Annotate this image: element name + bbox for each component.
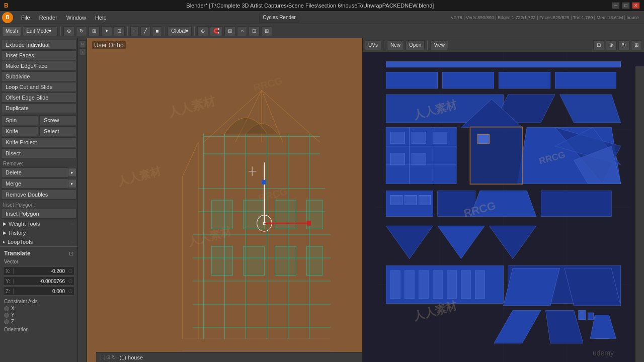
constraint-title: Constraint Axis — [4, 298, 73, 305]
global-label: Global — [171, 28, 186, 34]
x-field-arrows[interactable]: ⬡ — [67, 268, 74, 274]
mesh-tools-section: Extrude Individual Inset Faces Make Edge… — [0, 38, 77, 115]
weight-tools-header[interactable]: ▶ Weight Tools ··· — [0, 219, 77, 228]
loop-tools-dots: ··· — [70, 239, 74, 244]
menu-window[interactable]: Window — [62, 13, 90, 23]
vp-tool-1[interactable]: N — [79, 40, 86, 47]
window-title: Blender* [T:\Complete 3D Artist Captures… — [9, 3, 612, 9]
knife-btn[interactable]: Knife — [1, 126, 38, 136]
merge-arrow[interactable]: ▸ — [68, 179, 76, 188]
uv-mesh-btn[interactable]: UVs — [365, 40, 381, 50]
screw-btn[interactable]: Screw — [39, 115, 76, 125]
select-mode-vert[interactable]: · — [130, 26, 139, 36]
make-edge-face-btn[interactable]: Make Edge/Face — [1, 61, 76, 71]
sep3 — [165, 27, 165, 36]
duplicate-btn[interactable]: Duplicate — [1, 103, 76, 113]
minimize-button[interactable]: ─ — [612, 2, 620, 9]
bisect-btn[interactable]: Bisect — [1, 148, 76, 158]
select-btn[interactable]: Select — [39, 126, 76, 136]
svg-rect-37 — [307, 221, 311, 225]
edit-mode-selector[interactable]: Edit Mode▾ — [23, 26, 58, 36]
tool-icon-3[interactable]: ⊞ — [89, 26, 100, 36]
tool-icon-5[interactable]: ⊡ — [114, 26, 125, 36]
loop-cut-slide-btn[interactable]: Loop Cut and Slide — [1, 82, 76, 92]
new-btn[interactable]: New — [387, 40, 404, 50]
layer-btn[interactable]: ⊞ — [261, 26, 272, 36]
weight-tools-arrow: ▶ — [3, 221, 7, 226]
tool-icon-2[interactable]: ↻ — [76, 26, 87, 36]
view-btn[interactable]: View — [430, 40, 448, 50]
merge-dropdown: Merge ▸ — [1, 178, 76, 189]
tool-icon-1[interactable]: ⊕ — [63, 26, 74, 36]
inset-polygon-btn[interactable]: Inset Polygon — [1, 209, 76, 219]
xray-btn[interactable]: ⊡ — [249, 26, 260, 36]
open-btn[interactable]: Open — [406, 40, 425, 50]
svg-rect-84 — [419, 270, 429, 299]
svg-rect-16 — [211, 200, 232, 229]
remove-doubles-btn[interactable]: Remove Doubles — [1, 190, 76, 200]
uv-icon-1[interactable]: ⊡ — [593, 40, 604, 50]
z-constraint-dot[interactable] — [4, 319, 9, 324]
knife-project-btn[interactable]: Knife Project — [1, 137, 76, 147]
viewport-3d-canvas[interactable]: User Ortho 人人素材 人人素材 人人素材 RRCG RRCG — [87, 38, 362, 362]
pivot-btn[interactable]: ⊕ — [197, 26, 208, 36]
maximize-button[interactable]: □ — [622, 2, 630, 9]
close-button[interactable]: ✕ — [632, 2, 640, 9]
svg-rect-65 — [391, 132, 405, 144]
svg-rect-86 — [447, 270, 457, 299]
svg-rect-69 — [412, 153, 426, 165]
mirror-btn[interactable]: ⊞ — [224, 26, 235, 36]
y-constraint-label: Y — [11, 312, 15, 318]
y-axis-value: -0.0009766 — [14, 279, 67, 284]
x-constraint-dot[interactable] — [4, 306, 9, 311]
translate-title: Translate — [4, 250, 31, 257]
y-field-arrows[interactable]: ⬡ — [67, 279, 74, 284]
svg-rect-80 — [386, 266, 503, 304]
extrude-individual-btn[interactable]: Extrude Individual — [1, 40, 76, 50]
subdivide-btn[interactable]: Subdivide — [1, 71, 76, 81]
merge-btn[interactable]: Merge — [1, 178, 68, 189]
svg-rect-19 — [243, 246, 264, 276]
select-mode-edge[interactable]: ╱ — [140, 26, 150, 36]
3d-viewport[interactable]: N T User Ortho 人人素材 人人素材 人人素材 RRCG RRCG — [78, 38, 362, 362]
spin-screw-row: Spin Screw — [1, 115, 76, 125]
loop-tools-header[interactable]: ▸ LoopTools ··· — [0, 237, 77, 246]
viewport-status-bar: ⬚ ⊡ ↻ (1) house — [96, 352, 362, 362]
history-header[interactable]: ▶ History — [0, 228, 77, 237]
sep1 — [60, 27, 61, 36]
svg-rect-23 — [307, 246, 323, 276]
menu-render[interactable]: Render — [35, 13, 61, 23]
x-constraint-label: X — [11, 306, 15, 311]
y-axis-label: Y: — [4, 279, 14, 284]
titlebar: B Blender* [T:\Complete 3D Artist Captur… — [0, 0, 644, 11]
viewport-left-tools: N T — [78, 38, 87, 362]
delete-arrow[interactable]: ▸ — [68, 168, 76, 177]
prop-edit-btn[interactable]: ○ — [237, 26, 247, 36]
vp-tool-2[interactable]: T — [79, 48, 86, 55]
left-sidebar: Extrude Individual Inset Faces Make Edge… — [0, 38, 78, 362]
engine-selector[interactable]: Cycles Render — [259, 13, 299, 23]
select-mode-face[interactable]: ■ — [152, 26, 162, 36]
menu-file[interactable]: File — [17, 13, 34, 23]
uv-icon-4[interactable]: ⊞ — [631, 40, 642, 50]
uv-icon-3[interactable]: ↻ — [618, 40, 629, 50]
global-selector[interactable]: Global▾ — [168, 26, 192, 36]
spin-btn[interactable]: Spin — [1, 115, 38, 125]
window-controls: ─ □ ✕ — [612, 2, 640, 9]
inset-faces-btn[interactable]: Inset Faces — [1, 50, 76, 60]
svg-rect-85 — [433, 270, 443, 299]
y-constraint-dot[interactable] — [4, 313, 9, 318]
z-field-arrows[interactable]: ⬡ — [67, 289, 74, 294]
uv-canvas[interactable]: 人人素材 RRCG 人人素材 RRCG udemy — [363, 52, 644, 362]
y-field: Y: -0.0009766 ⬡ — [3, 277, 74, 286]
tool-icon-4[interactable]: ✦ — [101, 26, 112, 36]
svg-rect-73 — [541, 191, 611, 216]
uv-sep — [384, 41, 384, 50]
uv-icon-2[interactable]: ⊕ — [606, 40, 617, 50]
delete-btn[interactable]: Delete — [1, 167, 68, 177]
constraint-section: Constraint Axis X Y Z — [2, 297, 75, 326]
menu-help[interactable]: Help — [91, 13, 111, 23]
magnet-btn[interactable]: 🧲 — [210, 26, 223, 36]
translate-gear-icon[interactable]: ⊡ — [69, 250, 73, 257]
offset-edge-slide-btn[interactable]: Offset Edge Slide — [1, 93, 76, 103]
